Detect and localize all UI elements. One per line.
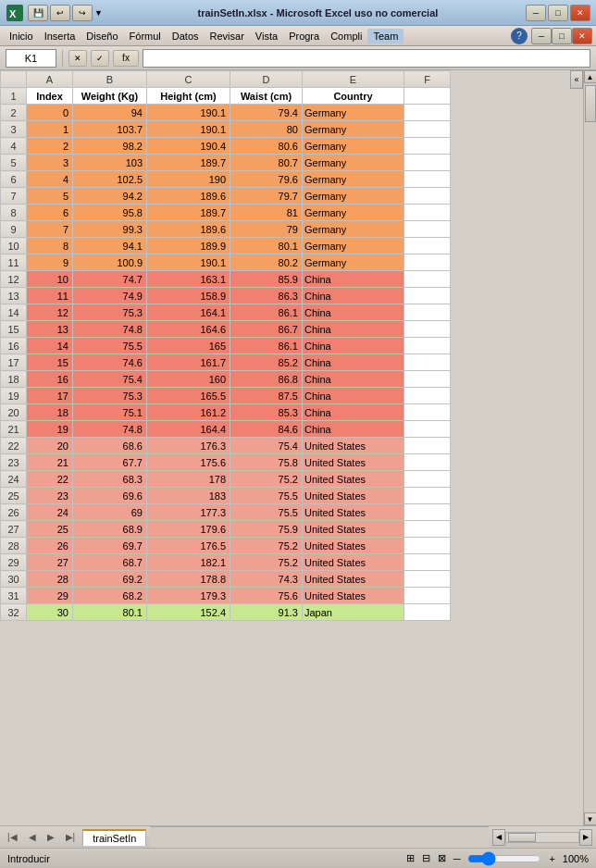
data-cell[interactable]: 68.9 xyxy=(73,521,147,538)
collapse-button[interactable]: « xyxy=(570,70,583,89)
data-cell[interactable]: China xyxy=(303,404,404,421)
cell-name-box[interactable] xyxy=(6,49,56,68)
row-header[interactable]: 9 xyxy=(1,221,27,238)
header-cell[interactable] xyxy=(404,88,451,105)
data-cell[interactable] xyxy=(404,354,451,371)
data-cell[interactable]: 189.7 xyxy=(147,205,230,221)
data-cell[interactable] xyxy=(404,421,451,438)
col-header-b[interactable]: B xyxy=(73,71,147,88)
data-cell[interactable] xyxy=(404,205,451,221)
row-header[interactable]: 29 xyxy=(1,554,27,571)
data-cell[interactable]: 68.2 xyxy=(73,588,147,604)
page-break-view-button[interactable]: ⊠ xyxy=(438,852,446,864)
data-cell[interactable] xyxy=(404,238,451,254)
menu-formul[interactable]: Fórmul xyxy=(124,29,167,43)
data-cell[interactable]: 5 xyxy=(27,188,73,205)
tab-nav-last[interactable]: ▶| xyxy=(62,832,80,842)
data-cell[interactable]: 79 xyxy=(230,221,303,238)
data-cell[interactable]: 86.3 xyxy=(230,288,303,304)
data-cell[interactable]: United States xyxy=(303,521,404,538)
data-cell[interactable]: 176.3 xyxy=(147,438,230,454)
data-cell[interactable] xyxy=(404,321,451,338)
col-header-c[interactable]: C xyxy=(147,71,230,88)
data-cell[interactable]: 15 xyxy=(27,354,73,371)
help-icon[interactable]: ? xyxy=(511,28,528,44)
minimize-button[interactable]: ─ xyxy=(526,5,546,21)
cancel-input-button[interactable]: ✕ xyxy=(68,50,87,67)
data-cell[interactable]: China xyxy=(303,321,404,338)
row-header[interactable]: 5 xyxy=(1,155,27,171)
data-cell[interactable] xyxy=(404,404,451,421)
menu-inserta[interactable]: Inserta xyxy=(39,29,81,43)
data-cell[interactable]: 190.4 xyxy=(147,138,230,155)
data-cell[interactable] xyxy=(404,188,451,205)
row-header[interactable]: 16 xyxy=(1,338,27,354)
row-header[interactable]: 31 xyxy=(1,588,27,604)
save-button[interactable]: 💾 xyxy=(28,5,48,21)
layout-view-button[interactable]: ⊟ xyxy=(422,852,430,864)
data-cell[interactable]: 75.9 xyxy=(230,521,303,538)
data-cell[interactable]: United States xyxy=(303,438,404,454)
col-header-f[interactable]: F xyxy=(404,71,451,88)
data-cell[interactable]: Germany xyxy=(303,188,404,205)
data-cell[interactable]: 75.5 xyxy=(230,504,303,521)
row-header[interactable]: 15 xyxy=(1,321,27,338)
data-cell[interactable]: 175.6 xyxy=(147,454,230,471)
ribbon-restore-button[interactable]: □ xyxy=(552,28,572,44)
data-cell[interactable]: 95.8 xyxy=(73,205,147,221)
data-cell[interactable]: 86.1 xyxy=(230,338,303,354)
data-cell[interactable]: United States xyxy=(303,554,404,571)
data-cell[interactable] xyxy=(404,454,451,471)
data-cell[interactable]: 189.7 xyxy=(147,155,230,171)
data-cell[interactable]: 69 xyxy=(73,504,147,521)
data-cell[interactable]: 67.7 xyxy=(73,454,147,471)
data-cell[interactable]: 79.7 xyxy=(230,188,303,205)
data-cell[interactable]: 22 xyxy=(27,471,73,488)
zoom-in-button[interactable]: + xyxy=(549,853,554,864)
data-cell[interactable] xyxy=(404,155,451,171)
data-cell[interactable]: 80.2 xyxy=(230,254,303,271)
data-cell[interactable]: 75.1 xyxy=(73,404,147,421)
data-cell[interactable]: United States xyxy=(303,454,404,471)
data-cell[interactable] xyxy=(404,271,451,288)
data-cell[interactable]: 74.3 xyxy=(230,571,303,588)
data-cell[interactable]: 74.7 xyxy=(73,271,147,288)
data-cell[interactable] xyxy=(404,471,451,488)
data-cell[interactable]: 69.6 xyxy=(73,488,147,504)
data-cell[interactable]: 85.3 xyxy=(230,404,303,421)
row-header[interactable]: 25 xyxy=(1,488,27,504)
data-cell[interactable]: 103 xyxy=(73,155,147,171)
data-cell[interactable]: 9 xyxy=(27,254,73,271)
scroll-down-button[interactable]: ▼ xyxy=(584,812,597,825)
data-cell[interactable]: 84.6 xyxy=(230,421,303,438)
data-cell[interactable]: 94.1 xyxy=(73,238,147,254)
data-cell[interactable]: 75.3 xyxy=(73,304,147,321)
data-cell[interactable]: 1 xyxy=(27,121,73,138)
data-cell[interactable]: 75.2 xyxy=(230,471,303,488)
data-cell[interactable]: 189.6 xyxy=(147,188,230,205)
data-cell[interactable]: 79.6 xyxy=(230,171,303,188)
data-cell[interactable]: 7 xyxy=(27,221,73,238)
data-cell[interactable]: 6 xyxy=(27,205,73,221)
data-cell[interactable]: 86.1 xyxy=(230,304,303,321)
data-cell[interactable]: 81 xyxy=(230,205,303,221)
data-cell[interactable]: 86.7 xyxy=(230,321,303,338)
data-cell[interactable]: 164.1 xyxy=(147,304,230,321)
data-cell[interactable] xyxy=(404,105,451,121)
data-cell[interactable]: 160 xyxy=(147,371,230,388)
data-cell[interactable]: Germany xyxy=(303,138,404,155)
data-cell[interactable]: 164.6 xyxy=(147,321,230,338)
ribbon-minimize-button[interactable]: ─ xyxy=(531,28,552,44)
zoom-out-button[interactable]: ─ xyxy=(453,853,461,864)
row-header[interactable]: 6 xyxy=(1,171,27,188)
data-cell[interactable]: China xyxy=(303,371,404,388)
data-cell[interactable]: 14 xyxy=(27,338,73,354)
data-cell[interactable]: 189.9 xyxy=(147,238,230,254)
data-cell[interactable] xyxy=(404,171,451,188)
data-cell[interactable]: 23 xyxy=(27,488,73,504)
data-cell[interactable]: 80 xyxy=(230,121,303,138)
data-cell[interactable] xyxy=(404,554,451,571)
data-cell[interactable]: China xyxy=(303,421,404,438)
header-cell[interactable]: Weight (Kg) xyxy=(73,88,147,105)
tab-nav-prev[interactable]: ◀ xyxy=(25,832,40,842)
